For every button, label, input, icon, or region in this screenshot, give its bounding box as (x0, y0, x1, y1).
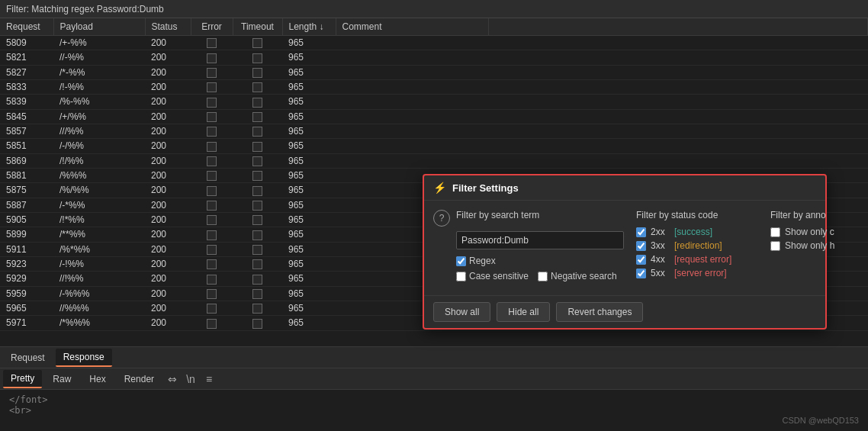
newline-icon[interactable]: \n (183, 371, 198, 387)
error-checkbox[interactable] (207, 289, 217, 299)
col-header-payload[interactable]: Payload (53, 18, 145, 36)
timeout-checkbox[interactable] (252, 186, 262, 196)
col-header-status[interactable]: Status (145, 18, 191, 36)
timeout-checkbox[interactable] (252, 230, 262, 240)
timeout-checkbox[interactable] (252, 53, 262, 63)
error-checkbox[interactable] (207, 201, 217, 211)
status-2xx-checkbox[interactable] (636, 227, 646, 237)
cell-length: 965 (282, 301, 336, 315)
col-header-comment[interactable]: Comment (336, 18, 488, 36)
table-row[interactable]: 5821//-%%200965 (0, 50, 868, 65)
hide-all-button[interactable]: Hide all (497, 302, 550, 322)
error-checkbox[interactable] (207, 230, 217, 240)
table-row[interactable]: 5851/-/%%200965 (0, 139, 868, 153)
timeout-checkbox[interactable] (252, 142, 262, 152)
col-header-length[interactable]: Length ↓ (282, 18, 336, 36)
error-checkbox[interactable] (207, 215, 217, 225)
timeout-checkbox[interactable] (252, 259, 262, 269)
timeout-checkbox[interactable] (252, 112, 262, 122)
table-row[interactable]: 5869/!/%%200965 (0, 153, 868, 168)
table-row[interactable]: 5809/+-%%200965 (0, 36, 868, 50)
timeout-checkbox[interactable] (252, 201, 262, 211)
col-header-error[interactable]: Error (191, 18, 233, 36)
timeout-checkbox[interactable] (252, 245, 262, 255)
timeout-checkbox[interactable] (252, 82, 262, 92)
col-header-request[interactable]: Request (0, 18, 53, 36)
error-checkbox[interactable] (207, 112, 217, 122)
view-tabs: Pretty Raw Hex Render ⇔ \n ≡ (0, 368, 868, 390)
revert-changes-button[interactable]: Revert changes (556, 302, 643, 322)
timeout-checkbox[interactable] (252, 215, 262, 225)
error-checkbox[interactable] (207, 275, 217, 285)
code-line-2: <br> (9, 405, 31, 416)
negative-search-label[interactable]: Negative search (538, 271, 617, 281)
menu-icon[interactable]: ≡ (201, 371, 217, 387)
tab-request[interactable]: Request (3, 349, 53, 366)
error-checkbox[interactable] (207, 98, 217, 108)
cell-status: 200 (145, 153, 191, 168)
error-checkbox[interactable] (207, 245, 217, 255)
search-term-row: ? Filter by search term (433, 210, 624, 227)
cell-length: 965 (282, 50, 336, 65)
cell-length: 965 (282, 36, 336, 50)
timeout-checkbox[interactable] (252, 98, 262, 108)
tab-hex[interactable]: Hex (82, 371, 113, 388)
timeout-checkbox[interactable] (252, 304, 262, 314)
table-row[interactable]: 5857///%%200965 (0, 124, 868, 138)
cell-status: 200 (145, 316, 191, 330)
tab-response[interactable]: Response (56, 349, 112, 367)
table-row[interactable]: 5833/!-%%200965 (0, 79, 868, 94)
negative-search-checkbox[interactable] (538, 272, 548, 281)
status-5xx-checkbox[interactable] (636, 269, 646, 278)
annot-checkbox-2[interactable] (770, 241, 780, 251)
cell-status: 200 (145, 272, 191, 286)
case-sensitive-label[interactable]: Case sensitive (456, 271, 529, 281)
cell-length: 965 (282, 212, 336, 227)
status-4xx-checkbox[interactable] (636, 255, 646, 265)
error-checkbox[interactable] (207, 142, 217, 152)
timeout-checkbox[interactable] (252, 319, 262, 329)
tab-pretty[interactable]: Pretty (3, 370, 42, 388)
status-3xx-checkbox[interactable] (636, 241, 646, 251)
error-checkbox[interactable] (207, 319, 217, 329)
error-checkbox[interactable] (207, 259, 217, 269)
error-checkbox[interactable] (207, 186, 217, 196)
cell-status: 200 (145, 124, 191, 138)
cell-request: 5971 (0, 316, 53, 330)
show-all-button[interactable]: Show all (433, 302, 490, 322)
tab-raw[interactable]: Raw (45, 371, 79, 388)
error-checkbox[interactable] (207, 304, 217, 314)
cell-status: 200 (145, 198, 191, 212)
error-checkbox[interactable] (207, 127, 217, 137)
cell-payload: /-*%% (53, 198, 145, 212)
regex-checkbox-label[interactable]: Regex (456, 256, 496, 266)
table-row[interactable]: 5839/%-%%200965 (0, 95, 868, 109)
error-checkbox[interactable] (207, 171, 217, 181)
error-checkbox[interactable] (207, 82, 217, 92)
annot-checkbox-1[interactable] (770, 227, 780, 237)
error-checkbox[interactable] (207, 53, 217, 63)
timeout-checkbox[interactable] (252, 289, 262, 299)
wrap-icon[interactable]: ⇔ (165, 371, 180, 387)
cell-request: 5839 (0, 95, 53, 109)
cell-length: 965 (282, 79, 336, 94)
timeout-checkbox[interactable] (252, 127, 262, 137)
error-checkbox[interactable] (207, 156, 217, 166)
regex-checkbox[interactable] (456, 256, 466, 266)
col-header-timeout[interactable]: Timeout (233, 18, 282, 36)
timeout-checkbox[interactable] (252, 156, 262, 166)
table-row[interactable]: 5845/+/%%200965 (0, 109, 868, 124)
timeout-checkbox[interactable] (252, 68, 262, 78)
timeout-checkbox[interactable] (252, 171, 262, 181)
table-row[interactable]: 5827/*-%%200965 (0, 65, 868, 79)
timeout-checkbox[interactable] (252, 38, 262, 48)
search-term-input[interactable] (456, 231, 624, 249)
case-sensitive-checkbox[interactable] (456, 272, 466, 281)
tab-render[interactable]: Render (117, 371, 162, 388)
cell-payload: //-%% (53, 50, 145, 65)
help-icon[interactable]: ? (433, 210, 450, 227)
error-checkbox[interactable] (207, 38, 217, 48)
error-checkbox[interactable] (207, 68, 217, 78)
search-section-label: Filter by search term (456, 210, 539, 220)
timeout-checkbox[interactable] (252, 275, 262, 285)
